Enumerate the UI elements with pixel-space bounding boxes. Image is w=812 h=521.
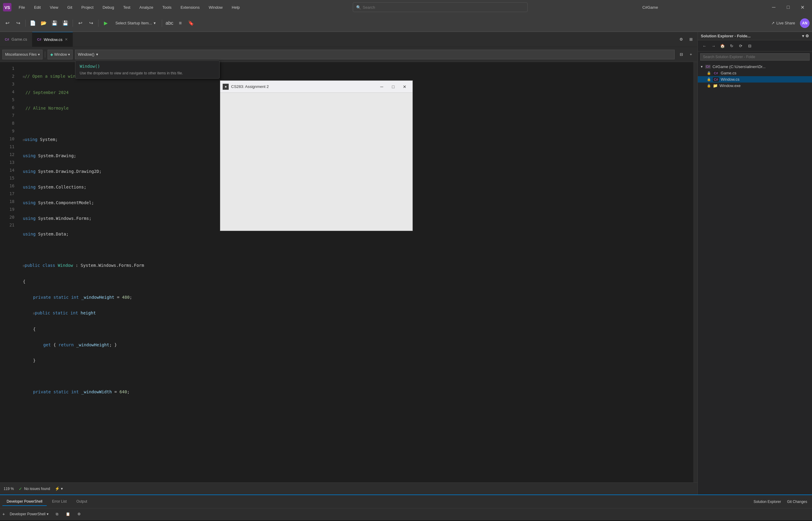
lock-icon-game: 🔒 [707, 71, 711, 75]
terminal-content[interactable]: ****************************************… [0, 520, 812, 521]
menu-bar: File Edit View Git Project Debug Test An… [15, 4, 244, 11]
no-issues-label: No issues found [24, 487, 50, 491]
se-collapse-button[interactable]: ⊟ [745, 42, 754, 50]
format-button[interactable]: ≡ [175, 18, 185, 28]
solution-explorer-link[interactable]: Solution Explorer [751, 499, 783, 504]
cs283-window: ■ CS283: Assignment 2 ─ □ ✕ [220, 81, 413, 231]
se-back-button[interactable]: ← [700, 42, 709, 50]
cs283-maximize-button[interactable]: □ [388, 83, 399, 91]
undo-button[interactable]: ↩ [75, 18, 85, 28]
menu-analyze[interactable]: Analyze [135, 4, 158, 11]
save-button[interactable]: 💾 [50, 18, 59, 28]
method-label: Window() [78, 52, 94, 56]
minimize-button[interactable]: ─ [767, 2, 781, 12]
warning-dropdown-arrow: ▾ [61, 486, 63, 491]
editor-statusline: 119 % ✓ No issues found ⚡ ▾ [0, 482, 698, 495]
warnings-area[interactable]: ⚡ ▾ [55, 486, 63, 491]
menu-file[interactable]: File [15, 4, 29, 11]
menu-edit[interactable]: Edit [30, 4, 45, 11]
tab-window-cs[interactable]: C# Window.cs ✕ [32, 32, 73, 47]
forward-button[interactable]: ↪ [13, 18, 23, 28]
nav-bar: Miscellaneous Files ▾ ◆ Window ▾ Window(… [0, 47, 698, 62]
cs-file-icon-game: C# [713, 71, 719, 75]
zoom-level[interactable]: 119 % [4, 487, 14, 491]
paste-button[interactable]: 📋 [63, 511, 73, 517]
live-share-button[interactable]: ↗ Live Share [768, 20, 799, 26]
menu-debug[interactable]: Debug [98, 4, 118, 11]
copy-button[interactable]: ⧉ [53, 511, 61, 517]
tab-game-cs[interactable]: C# Game.cs [0, 32, 32, 47]
check-icon: ✓ [19, 486, 22, 491]
cs283-close-button[interactable]: ✕ [399, 83, 410, 91]
menu-project[interactable]: Project [77, 4, 97, 11]
spell-check-button[interactable]: abc [164, 18, 174, 28]
search-box[interactable]: 🔍 [353, 2, 528, 12]
code-line-21: private static int _windowWidth = 640; [23, 388, 688, 396]
se-tree: ▼ C# C#Game (C:\Users\alinen\Dr... 🔒 C# … [698, 62, 812, 495]
method-dropdown[interactable]: Window() ▾ [75, 50, 675, 59]
maximize-button[interactable]: □ [781, 2, 795, 12]
git-changes-link[interactable]: Git Changes [785, 499, 810, 504]
redo-button[interactable]: ↪ [86, 18, 96, 28]
startup-selector[interactable]: Select Startup Item... ▾ [112, 20, 159, 26]
method-arrow: ▾ [96, 52, 98, 56]
tree-item-window-cs[interactable]: 🔒 C# Window.cs [698, 76, 812, 83]
tab-expand-button[interactable]: ⊞ [687, 35, 695, 44]
bottom-panel-controls: Solution Explorer Git Changes [751, 499, 810, 504]
se-sync-button[interactable]: ↻ [727, 42, 736, 50]
se-toolbar: ← → 🏠 ↻ ⟳ ⊟ [698, 40, 812, 51]
search-input[interactable] [363, 5, 524, 9]
tree-project-root[interactable]: ▼ C# C#Game (C:\Users\alinen\Dr... [698, 64, 812, 70]
tab-close-window[interactable]: ✕ [65, 37, 68, 42]
menu-test[interactable]: Test [119, 4, 135, 11]
se-search-area[interactable] [698, 51, 812, 62]
save-all-button[interactable]: 💾 [61, 18, 70, 28]
bottom-panel: Developer PowerShell Error List Output S… [0, 495, 812, 521]
tab-settings-button[interactable]: ⚙ [677, 35, 685, 44]
tree-item-game-cs[interactable]: 🔒 C# Game.cs [698, 70, 812, 76]
tree-item-window-exe[interactable]: 🔒 📁 Window.exe [698, 83, 812, 89]
close-button[interactable]: ✕ [796, 2, 810, 12]
cs283-minimize-button[interactable]: ─ [376, 83, 387, 91]
open-file-button[interactable]: 📂 [39, 18, 48, 28]
menu-tools[interactable]: Tools [158, 4, 176, 11]
tab-developer-powershell[interactable]: Developer PowerShell [2, 498, 47, 506]
se-home-button[interactable]: 🏠 [718, 42, 727, 50]
terminal-settings-button[interactable]: ⚙ [75, 511, 83, 517]
start-button[interactable]: ▶ [101, 18, 111, 28]
tab-error-list[interactable]: Error List [48, 498, 71, 506]
cs283-controls: ─ □ ✕ [376, 83, 410, 91]
menu-view[interactable]: View [45, 4, 62, 11]
user-avatar[interactable]: AN [800, 18, 810, 28]
menu-window[interactable]: Window [204, 4, 227, 11]
menu-help[interactable]: Help [227, 4, 244, 11]
se-refresh-button[interactable]: ⟳ [737, 42, 745, 50]
se-title: Solution Explorer - Folde... [701, 34, 750, 38]
tab-output[interactable]: Output [72, 498, 91, 506]
se-dropdown-arrow[interactable]: ▾ [802, 34, 804, 38]
new-file-button[interactable]: 📄 [28, 18, 38, 28]
lock-icon-exe: 🔒 [707, 84, 711, 88]
powershell-dropdown[interactable]: Developer PowerShell ▾ [7, 511, 51, 517]
nav-settings-button[interactable]: ⊟ [677, 50, 685, 59]
tooltip-method-name: Window() [80, 64, 215, 69]
search-icon: 🔍 [356, 5, 361, 9]
toolbar-separator-1 [25, 20, 26, 27]
nav-expand-button[interactable]: + [687, 50, 695, 59]
scope-dropdown[interactable]: Miscellaneous Files ▾ [2, 50, 43, 59]
bookmark-button[interactable]: 🔖 [186, 18, 196, 28]
se-forward-button[interactable]: → [709, 42, 718, 50]
se-search-input[interactable] [700, 53, 810, 61]
menu-git[interactable]: Git [63, 4, 76, 11]
toolbar-separator-4 [162, 20, 162, 27]
menu-extensions[interactable]: Extensions [176, 4, 204, 11]
back-button[interactable]: ↩ [2, 18, 12, 28]
code-scrollbar[interactable] [693, 62, 698, 482]
code-line-12 [23, 246, 688, 254]
class-dropdown[interactable]: ◆ Window ▾ [48, 50, 73, 59]
run-label: Select Startup Item... [115, 21, 152, 25]
tab-bar: C# Game.cs C# Window.cs ✕ ⚙ ⊞ [0, 32, 698, 47]
tooltip-description: Use the dropdown to view and navigate to… [80, 71, 215, 75]
se-settings-icon[interactable]: ⚙ [805, 34, 809, 38]
warning-icon: ⚡ [55, 486, 60, 491]
